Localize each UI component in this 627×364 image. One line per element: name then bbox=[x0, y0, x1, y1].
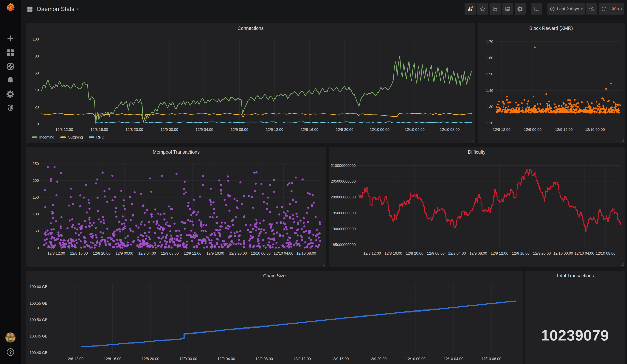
svg-text:1.30: 1.30 bbox=[486, 105, 493, 109]
svg-text:12/9 04:00: 12/9 04:00 bbox=[217, 357, 235, 361]
panel-resize-handle[interactable] bbox=[621, 139, 624, 142]
tv-mode-button[interactable] bbox=[531, 3, 542, 15]
refresh-caret-icon: ▾ bbox=[621, 7, 622, 11]
sidebar-item-create[interactable] bbox=[0, 33, 21, 44]
svg-text:1.50: 1.50 bbox=[486, 72, 493, 76]
svg-text:12/10 08:00: 12/10 08:00 bbox=[596, 251, 616, 255]
connections-chart[interactable]: 02040608010012/8 12:0012/8 16:0012/8 20:… bbox=[26, 23, 475, 143]
svg-text:12/10 04:00: 12/10 04:00 bbox=[405, 127, 425, 132]
svg-text:12/9 20:00: 12/9 20:00 bbox=[533, 251, 551, 255]
grafana-logo[interactable] bbox=[0, 1, 21, 13]
svg-text:12/9 12:00: 12/9 12:00 bbox=[293, 357, 311, 361]
panel-title[interactable]: Mempool Transactions bbox=[26, 149, 326, 155]
panel-difficulty: Difficulty 18500000000019000000000019500… bbox=[329, 147, 625, 266]
chain-size-chart[interactable]: 100.40 GB100.45 GB100.50 GB100.55 GB100.… bbox=[26, 271, 523, 364]
panel-title[interactable]: Difficulty bbox=[329, 149, 625, 155]
svg-text:50: 50 bbox=[35, 229, 39, 233]
svg-text:12/9 04:00: 12/9 04:00 bbox=[138, 251, 156, 255]
panel-resize-handle[interactable] bbox=[323, 263, 325, 266]
user-avatar[interactable] bbox=[0, 332, 21, 343]
sidebar-item-configuration[interactable] bbox=[0, 89, 21, 99]
svg-text:12/10 04:00: 12/10 04:00 bbox=[575, 251, 594, 255]
svg-text:12/9 08:00: 12/9 08:00 bbox=[231, 127, 248, 132]
panel-block-reward: Block Reward (XMR) 1.201.301.401.501.601… bbox=[478, 23, 625, 143]
svg-text:12/9 08:00: 12/9 08:00 bbox=[161, 251, 179, 255]
svg-text:12/10 04:00: 12/10 04:00 bbox=[273, 251, 293, 255]
refresh-divider bbox=[609, 6, 609, 12]
svg-text:185000000000: 185000000000 bbox=[331, 243, 356, 247]
svg-text:1.70: 1.70 bbox=[486, 40, 493, 44]
block-reward-chart[interactable]: 1.201.301.401.501.601.7012/8 12:0012/9 0… bbox=[478, 23, 625, 143]
help-button[interactable]: ? bbox=[0, 347, 21, 357]
grafana-dashboard: ? Daemon Stats ▾ bbox=[0, 0, 627, 364]
svg-text:100: 100 bbox=[33, 212, 39, 216]
dashboard-title-caret-icon[interactable]: ▾ bbox=[77, 7, 79, 11]
refresh-interval-label: 30s bbox=[612, 6, 619, 11]
star-icon bbox=[480, 6, 486, 12]
svg-text:12/9 20:00: 12/9 20:00 bbox=[336, 127, 354, 132]
svg-text:80: 80 bbox=[35, 54, 39, 58]
time-range-picker[interactable]: Last 2 days ▾ bbox=[547, 3, 585, 15]
svg-text:12/9 12:00: 12/9 12:00 bbox=[555, 127, 573, 132]
panel-title[interactable]: Total Transactions bbox=[525, 273, 625, 278]
difficulty-chart[interactable]: 1850000000001900000000001950000000002000… bbox=[329, 147, 625, 266]
panel-chain-size: Chain Size 100.40 GB100.45 GB100.50 GB10… bbox=[26, 271, 523, 364]
svg-text:100: 100 bbox=[33, 37, 39, 41]
svg-text:1.60: 1.60 bbox=[486, 56, 493, 60]
svg-text:12/9 08:00: 12/9 08:00 bbox=[255, 357, 273, 361]
monitor-icon bbox=[533, 6, 540, 12]
svg-text:12/9 12:00: 12/9 12:00 bbox=[491, 251, 508, 255]
svg-text:150: 150 bbox=[33, 195, 39, 199]
sidebar-item-alerting[interactable] bbox=[0, 75, 21, 86]
svg-text:12/9 08:00: 12/9 08:00 bbox=[470, 251, 487, 255]
svg-text:12/8 16:00: 12/8 16:00 bbox=[104, 357, 122, 361]
save-floppy-icon bbox=[505, 6, 511, 12]
dashboard-settings-button[interactable] bbox=[515, 3, 526, 15]
svg-text:100.50 GB: 100.50 GB bbox=[30, 318, 48, 322]
refresh-picker[interactable]: 30s ▾ bbox=[599, 3, 624, 15]
sidebar-item-dashboards[interactable] bbox=[0, 48, 21, 58]
svg-text:12/8 12:00: 12/8 12:00 bbox=[48, 251, 65, 255]
dashboard-squares-icon bbox=[27, 6, 33, 12]
save-button[interactable] bbox=[502, 3, 513, 15]
svg-text:12/8 12:00: 12/8 12:00 bbox=[493, 127, 511, 132]
svg-text:12/10 00:00: 12/10 00:00 bbox=[370, 127, 389, 132]
panel-title[interactable]: Chain Size bbox=[26, 273, 523, 278]
panel-title[interactable]: Connections bbox=[26, 26, 475, 31]
panel-resize-handle[interactable] bbox=[621, 263, 624, 266]
svg-text:12/8 12:00: 12/8 12:00 bbox=[55, 127, 73, 132]
svg-text:12/9 16:00: 12/9 16:00 bbox=[331, 357, 349, 361]
svg-text:12/8 12:00: 12/8 12:00 bbox=[363, 251, 381, 255]
svg-text:12/9 00:00: 12/9 00:00 bbox=[427, 251, 445, 255]
add-panel-button[interactable] bbox=[465, 3, 476, 15]
zoom-out-button[interactable] bbox=[586, 3, 597, 15]
svg-text:0: 0 bbox=[37, 246, 39, 250]
svg-text:12/9 04:00: 12/9 04:00 bbox=[448, 251, 466, 255]
panel-title[interactable]: Block Reward (XMR) bbox=[478, 26, 625, 31]
svg-text:12/10 00:00: 12/10 00:00 bbox=[553, 251, 573, 255]
svg-text:12/9 20:00: 12/9 20:00 bbox=[229, 251, 247, 255]
sidebar: ? bbox=[0, 0, 21, 364]
dashboard-title[interactable]: Daemon Stats bbox=[37, 6, 74, 12]
svg-text:12/9 00:00: 12/9 00:00 bbox=[116, 251, 133, 255]
topbar: Daemon Stats ▾ bbox=[21, 0, 627, 18]
svg-text:12/9 00:00: 12/9 00:00 bbox=[160, 127, 178, 132]
svg-text:12/10 08:00: 12/10 08:00 bbox=[296, 251, 316, 255]
sidebar-item-server-admin[interactable] bbox=[0, 103, 21, 113]
clock-icon bbox=[550, 6, 555, 12]
avatar-identicon bbox=[5, 332, 15, 343]
mempool-chart[interactable]: 05010015020025012/8 12:0012/8 16:0012/8 … bbox=[26, 147, 326, 266]
panel-resize-handle[interactable] bbox=[471, 139, 474, 142]
svg-text:12/9 16:00: 12/9 16:00 bbox=[512, 251, 529, 255]
sidebar-item-explore[interactable] bbox=[0, 61, 21, 72]
svg-text:1.40: 1.40 bbox=[486, 89, 493, 93]
svg-text:100.40 GB: 100.40 GB bbox=[30, 351, 48, 355]
svg-text:200: 200 bbox=[33, 178, 39, 183]
share-button[interactable] bbox=[490, 3, 501, 15]
svg-text:100.60 GB: 100.60 GB bbox=[30, 285, 48, 289]
gear-icon bbox=[6, 90, 15, 98]
svg-text:12/8 16:00: 12/8 16:00 bbox=[384, 251, 402, 255]
svg-text:12/9 12:00: 12/9 12:00 bbox=[266, 127, 283, 132]
favorite-button[interactable] bbox=[477, 3, 488, 15]
settings-gear-icon bbox=[517, 6, 523, 12]
